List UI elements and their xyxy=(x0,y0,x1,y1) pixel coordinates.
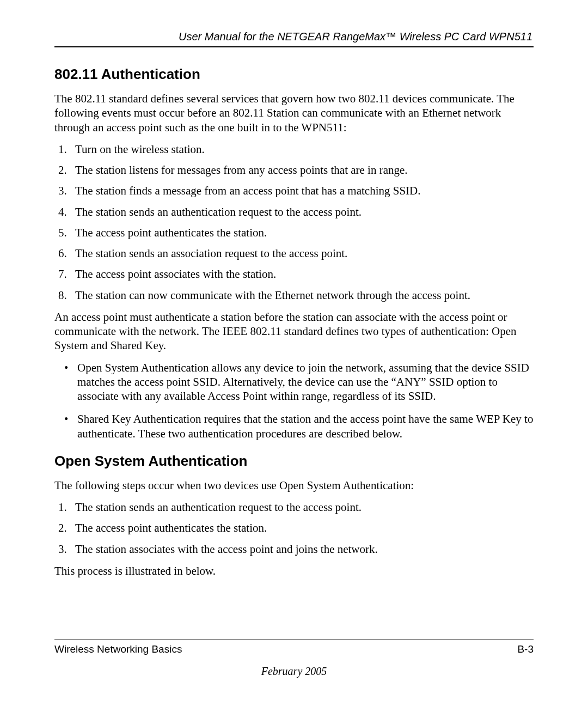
list-item: Turn on the wireless station. xyxy=(70,142,534,156)
list-item: The station finds a message from an acce… xyxy=(70,184,534,198)
footer-row: Wireless Networking Basics B-3 xyxy=(54,643,534,655)
heading-open-system-authentication: Open System Authentication xyxy=(54,453,534,470)
list-item: The station sends an association request… xyxy=(70,246,534,260)
section1-intro: The 802.11 standard defines several serv… xyxy=(54,92,534,135)
list-item: The station listens for messages from an… xyxy=(70,163,534,177)
section2-outro: This process is illustrated in below. xyxy=(54,564,534,578)
list-item: The station sends an authentication requ… xyxy=(70,205,534,219)
list-item: The station sends an authentication requ… xyxy=(70,500,534,514)
page: User Manual for the NETGEAR RangeMax™ Wi… xyxy=(0,0,588,706)
list-item: Shared Key Authentication requires that … xyxy=(77,412,534,441)
footer-date: February 2005 xyxy=(54,665,534,678)
heading-802-11-authentication: 802.11 Authentication xyxy=(54,66,534,83)
list-item: The station associates with the access p… xyxy=(70,542,534,556)
section1-bullets: Open System Authentication allows any de… xyxy=(54,361,534,441)
section2-steps: The station sends an authentication requ… xyxy=(54,500,534,556)
list-item: The access point associates with the sta… xyxy=(70,267,534,281)
list-item: The access point authenticates the stati… xyxy=(70,226,534,240)
header-rule xyxy=(54,46,534,47)
list-item: Open System Authentication allows any de… xyxy=(77,361,534,404)
footer-page-number: B-3 xyxy=(517,643,534,655)
footer-rule xyxy=(54,640,534,640)
section1-para2: An access point must authenticate a stat… xyxy=(54,310,534,353)
running-head: User Manual for the NETGEAR RangeMax™ Wi… xyxy=(54,31,532,43)
footer: Wireless Networking Basics B-3 February … xyxy=(54,640,534,678)
list-item: The station can now communicate with the… xyxy=(70,288,534,302)
list-item: The access point authenticates the stati… xyxy=(70,521,534,535)
section1-steps: Turn on the wireless station. The statio… xyxy=(54,142,534,302)
footer-left: Wireless Networking Basics xyxy=(54,643,182,655)
section2-intro: The following steps occur when two devic… xyxy=(54,478,534,492)
